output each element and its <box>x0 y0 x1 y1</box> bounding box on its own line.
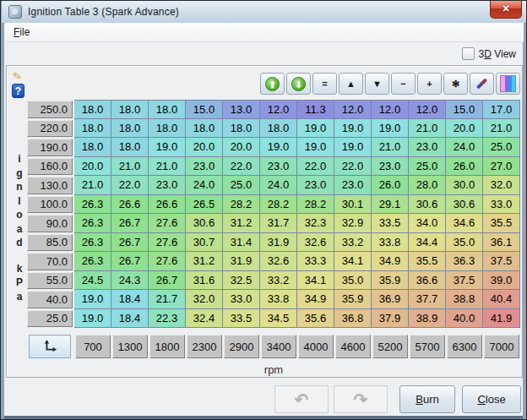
table-cell[interactable]: 36.3 <box>446 252 483 271</box>
table-cell[interactable]: 21.7 <box>149 290 186 309</box>
table-cell[interactable]: 31.4 <box>223 233 260 253</box>
table-cell[interactable]: 13.0 <box>223 100 260 119</box>
table-cell[interactable]: 21.0 <box>149 157 186 177</box>
table-cell[interactable]: 35.6 <box>297 309 334 329</box>
close-window-button[interactable]: ✕ <box>490 1 522 19</box>
table-cell[interactable]: 19.0 <box>334 138 372 157</box>
table-cell[interactable]: 33.5 <box>223 309 260 329</box>
multiply-button[interactable]: ✻ <box>443 73 468 95</box>
table-cell[interactable]: 18.0 <box>111 119 149 139</box>
table-cell[interactable]: 24.3 <box>111 271 149 291</box>
table-cell[interactable]: 18.0 <box>74 138 111 157</box>
table-cell[interactable]: 18.0 <box>260 119 297 139</box>
table-cell[interactable]: 37.7 <box>409 290 446 309</box>
table-cell[interactable]: 12.0 <box>372 100 409 119</box>
table-cell[interactable]: 15.0 <box>446 100 483 119</box>
table-cell[interactable]: 35.5 <box>483 214 520 233</box>
table-cell[interactable]: 28.2 <box>260 195 297 215</box>
table-cell[interactable]: 30.6 <box>409 195 446 215</box>
table-cell[interactable]: 26.7 <box>111 214 149 233</box>
edit-pencil-button[interactable] <box>470 73 494 95</box>
table-cell[interactable]: 24.0 <box>260 176 297 195</box>
table-cell[interactable]: 40.4 <box>483 290 520 309</box>
y-axis-header[interactable]: 55.0 <box>27 272 73 290</box>
table-cell[interactable]: 20.0 <box>186 138 223 157</box>
table-cell[interactable]: 31.7 <box>260 214 297 233</box>
table-cell[interactable]: 26.6 <box>149 195 186 215</box>
table-cell[interactable]: 18.0 <box>111 138 149 157</box>
table-cell[interactable]: 19.0 <box>149 138 186 157</box>
table-cell[interactable]: 28.2 <box>297 195 334 215</box>
table-cell[interactable]: 18.0 <box>111 100 149 119</box>
table-cell[interactable]: 30.1 <box>334 195 372 215</box>
x-axis-header[interactable]: 4600 <box>335 335 371 358</box>
increase-button[interactable]: + <box>417 73 442 95</box>
table-cell[interactable]: 36.1 <box>483 233 520 253</box>
table-cell[interactable]: 40.0 <box>446 309 483 329</box>
table-cell[interactable]: 23.0 <box>297 176 334 195</box>
table-cell[interactable]: 27.6 <box>149 252 186 271</box>
table-cell[interactable]: 26.0 <box>446 157 483 177</box>
table-cell[interactable]: 18.0 <box>74 100 111 119</box>
burn-button[interactable]: Burn <box>399 385 455 413</box>
table-cell[interactable]: 27.6 <box>149 233 186 253</box>
table-cell[interactable]: 32.0 <box>483 176 520 195</box>
menu-file[interactable]: File <box>8 25 35 40</box>
table-cell[interactable]: 33.5 <box>372 214 409 233</box>
table-cell[interactable]: 29.1 <box>372 195 409 215</box>
table-cell[interactable]: 23.0 <box>372 157 409 177</box>
y-axis-header[interactable]: 160.0 <box>27 158 73 176</box>
table-cell[interactable]: 26.3 <box>74 195 111 215</box>
table-cell[interactable]: 32.3 <box>297 214 334 233</box>
increase-large-button[interactable]: ▲ <box>339 73 363 95</box>
table-cell[interactable]: 18.0 <box>149 100 186 119</box>
table-cell[interactable]: 32.6 <box>297 233 334 253</box>
3d-view-toggle[interactable]: 3D View <box>462 47 517 60</box>
table-cell[interactable]: 33.8 <box>260 290 297 309</box>
table-cell[interactable]: 35.9 <box>334 290 372 309</box>
table-cell[interactable]: 26.7 <box>111 233 149 253</box>
x-axis-header[interactable]: 7000 <box>484 335 519 358</box>
table-cell[interactable]: 32.9 <box>334 214 372 233</box>
table-cell[interactable]: 25.0 <box>483 138 520 157</box>
y-axis-header[interactable]: 40.0 <box>27 291 73 308</box>
table-cell[interactable]: 31.2 <box>186 252 223 271</box>
table-cell[interactable]: 18.0 <box>149 119 186 139</box>
table-cell[interactable]: 32.0 <box>186 290 223 309</box>
x-axis-header[interactable]: 4000 <box>298 335 334 358</box>
table-cell[interactable]: 12.0 <box>409 100 446 119</box>
table-cell[interactable]: 35.5 <box>409 252 446 271</box>
table-cell[interactable]: 22.3 <box>149 309 186 329</box>
table-cell[interactable]: 19.0 <box>372 119 409 139</box>
y-axis-header[interactable]: 85.0 <box>27 234 73 252</box>
table-cell[interactable]: 41.9 <box>483 309 520 329</box>
table-cell[interactable]: 34.1 <box>297 271 334 291</box>
table-cell[interactable]: 22.0 <box>334 157 372 177</box>
x-axis-header[interactable]: 5200 <box>372 335 408 358</box>
table-cell[interactable]: 38.8 <box>446 290 483 309</box>
table-cell[interactable]: 12.0 <box>334 100 372 119</box>
table-cell[interactable]: 36.8 <box>334 309 372 329</box>
y-axis-header[interactable]: 190.0 <box>27 139 73 156</box>
y-axis-header[interactable]: 220.0 <box>27 120 73 138</box>
table-cell[interactable]: 23.0 <box>409 138 446 157</box>
table-cell[interactable]: 21.0 <box>372 138 409 157</box>
table-cell[interactable]: 35.9 <box>372 271 409 291</box>
decrease-large-button[interactable]: ▼ <box>365 73 389 95</box>
table-cell[interactable]: 20.0 <box>446 119 483 139</box>
table-cell[interactable]: 20.0 <box>74 157 111 177</box>
table-cell[interactable]: 26.6 <box>111 195 149 215</box>
table-cell[interactable]: 30.0 <box>446 176 483 195</box>
table-cell[interactable]: 35.0 <box>446 233 483 253</box>
table-cell[interactable]: 18.0 <box>74 119 111 139</box>
decrease-button[interactable]: − <box>391 73 416 95</box>
table-cell[interactable]: 31.6 <box>186 271 223 291</box>
table-cell[interactable]: 24.0 <box>446 138 483 157</box>
table-cell[interactable]: 18.4 <box>111 309 149 329</box>
table-cell[interactable]: 19.0 <box>74 309 111 329</box>
axes-corner-button[interactable] <box>29 335 71 358</box>
table-cell[interactable]: 33.2 <box>260 271 297 291</box>
table-cell[interactable]: 28.2 <box>223 195 260 215</box>
table-cell[interactable]: 32.5 <box>223 271 260 291</box>
y-axis-header[interactable]: 130.0 <box>27 177 73 194</box>
